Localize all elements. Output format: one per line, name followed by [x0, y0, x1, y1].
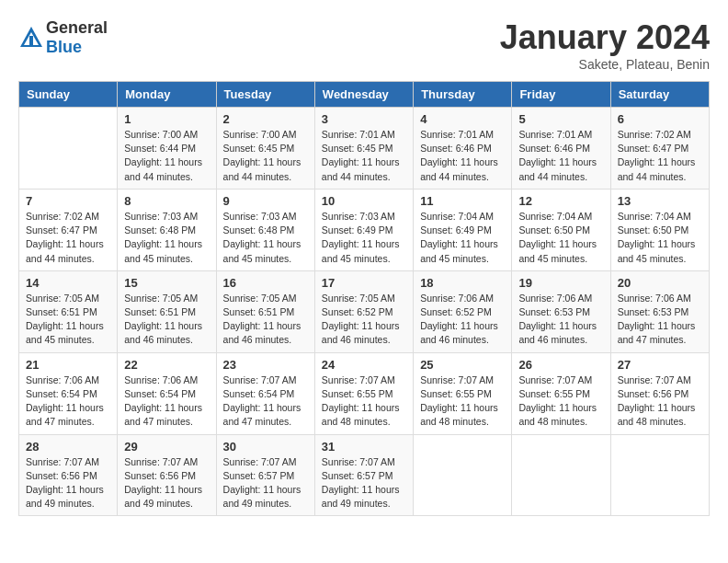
day-info: Sunrise: 7:03 AMSunset: 6:48 PMDaylight:… [223, 210, 308, 266]
day-number: 8 [124, 194, 209, 208]
day-number: 23 [223, 358, 308, 372]
day-cell: 2Sunrise: 7:00 AMSunset: 6:45 PMDaylight… [216, 108, 314, 190]
day-info: Sunrise: 7:06 AMSunset: 6:54 PMDaylight:… [124, 373, 209, 430]
day-info: Sunrise: 7:04 AMSunset: 6:50 PMDaylight:… [518, 210, 603, 266]
day-number: 1 [124, 112, 209, 126]
day-info: Sunrise: 7:03 AMSunset: 6:49 PMDaylight:… [322, 210, 406, 266]
day-cell [414, 434, 512, 516]
day-cell: 3Sunrise: 7:01 AMSunset: 6:45 PMDaylight… [314, 108, 413, 190]
day-cell: 17Sunrise: 7:05 AMSunset: 6:52 PMDayligh… [314, 270, 413, 352]
calendar-body: 1Sunrise: 7:00 AMSunset: 6:44 PMDaylight… [19, 108, 710, 516]
location-subtitle: Sakete, Plateau, Benin [500, 57, 710, 72]
day-cell: 15Sunrise: 7:05 AMSunset: 6:51 PMDayligh… [118, 270, 216, 352]
week-row-1: 1Sunrise: 7:00 AMSunset: 6:44 PMDaylight… [19, 108, 710, 190]
day-cell: 26Sunrise: 7:07 AMSunset: 6:55 PMDayligh… [512, 352, 610, 434]
day-cell: 28Sunrise: 7:07 AMSunset: 6:56 PMDayligh… [19, 434, 118, 516]
day-info: Sunrise: 7:04 AMSunset: 6:49 PMDaylight:… [420, 210, 505, 266]
day-number: 24 [322, 358, 406, 372]
day-info: Sunrise: 7:06 AMSunset: 6:53 PMDaylight:… [518, 292, 603, 348]
logo-icon [18, 25, 44, 51]
day-number: 31 [322, 440, 406, 454]
day-cell: 14Sunrise: 7:05 AMSunset: 6:51 PMDayligh… [19, 270, 118, 352]
week-row-3: 14Sunrise: 7:05 AMSunset: 6:51 PMDayligh… [19, 270, 710, 352]
day-cell: 11Sunrise: 7:04 AMSunset: 6:49 PMDayligh… [414, 189, 512, 270]
day-info: Sunrise: 7:07 AMSunset: 6:57 PMDaylight:… [322, 455, 406, 511]
day-info: Sunrise: 7:04 AMSunset: 6:50 PMDaylight:… [618, 210, 702, 266]
day-cell: 4Sunrise: 7:01 AMSunset: 6:46 PMDaylight… [414, 108, 512, 190]
day-number: 13 [618, 194, 702, 208]
day-cell: 5Sunrise: 7:01 AMSunset: 6:46 PMDaylight… [512, 108, 610, 190]
logo-blue: Blue [46, 38, 82, 56]
day-info: Sunrise: 7:00 AMSunset: 6:45 PMDaylight:… [223, 128, 308, 184]
day-cell: 10Sunrise: 7:03 AMSunset: 6:49 PMDayligh… [314, 189, 413, 270]
day-number: 6 [618, 112, 702, 126]
day-info: Sunrise: 7:07 AMSunset: 6:55 PMDaylight:… [518, 373, 603, 430]
day-info: Sunrise: 7:07 AMSunset: 6:55 PMDaylight:… [322, 373, 406, 430]
day-info: Sunrise: 7:02 AMSunset: 6:47 PMDaylight:… [618, 128, 702, 184]
day-info: Sunrise: 7:03 AMSunset: 6:48 PMDaylight:… [124, 210, 209, 266]
page-header: General Blue January 2024 Sakete, Platea… [18, 18, 710, 72]
day-cell: 9Sunrise: 7:03 AMSunset: 6:48 PMDaylight… [216, 189, 314, 270]
day-info: Sunrise: 7:01 AMSunset: 6:46 PMDaylight:… [518, 128, 603, 184]
day-number: 28 [26, 440, 110, 454]
day-info: Sunrise: 7:06 AMSunset: 6:53 PMDaylight:… [618, 292, 702, 348]
day-info: Sunrise: 7:05 AMSunset: 6:51 PMDaylight:… [26, 292, 110, 348]
day-info: Sunrise: 7:00 AMSunset: 6:44 PMDaylight:… [124, 128, 209, 184]
day-info: Sunrise: 7:02 AMSunset: 6:47 PMDaylight:… [26, 210, 110, 266]
header-cell-wednesday: Wednesday [314, 82, 413, 108]
day-info: Sunrise: 7:07 AMSunset: 6:54 PMDaylight:… [223, 373, 308, 430]
day-number: 22 [124, 358, 209, 372]
header-cell-monday: Monday [118, 82, 216, 108]
day-cell: 19Sunrise: 7:06 AMSunset: 6:53 PMDayligh… [512, 270, 610, 352]
day-number: 16 [223, 276, 308, 290]
week-row-2: 7Sunrise: 7:02 AMSunset: 6:47 PMDaylight… [19, 189, 710, 270]
day-number: 26 [518, 358, 603, 372]
svg-rect-2 [29, 36, 33, 45]
day-number: 5 [518, 112, 603, 126]
calendar-table: SundayMondayTuesdayWednesdayThursdayFrid… [18, 81, 710, 516]
day-info: Sunrise: 7:05 AMSunset: 6:51 PMDaylight:… [223, 292, 308, 348]
day-cell: 31Sunrise: 7:07 AMSunset: 6:57 PMDayligh… [314, 434, 413, 516]
day-number: 14 [26, 276, 110, 290]
day-info: Sunrise: 7:06 AMSunset: 6:54 PMDaylight:… [26, 373, 110, 430]
day-cell: 30Sunrise: 7:07 AMSunset: 6:57 PMDayligh… [216, 434, 314, 516]
day-number: 3 [322, 112, 406, 126]
day-info: Sunrise: 7:07 AMSunset: 6:55 PMDaylight:… [420, 373, 505, 430]
day-cell: 23Sunrise: 7:07 AMSunset: 6:54 PMDayligh… [216, 352, 314, 434]
title-area: January 2024 Sakete, Plateau, Benin [500, 18, 710, 72]
day-number: 21 [26, 358, 110, 372]
day-cell: 20Sunrise: 7:06 AMSunset: 6:53 PMDayligh… [610, 270, 709, 352]
day-info: Sunrise: 7:05 AMSunset: 6:52 PMDaylight:… [322, 292, 406, 348]
week-row-5: 28Sunrise: 7:07 AMSunset: 6:56 PMDayligh… [19, 434, 710, 516]
day-cell: 27Sunrise: 7:07 AMSunset: 6:56 PMDayligh… [610, 352, 709, 434]
header-cell-friday: Friday [512, 82, 610, 108]
logo-general: General [46, 18, 108, 37]
day-cell: 16Sunrise: 7:05 AMSunset: 6:51 PMDayligh… [216, 270, 314, 352]
day-cell [19, 108, 118, 190]
day-number: 10 [322, 194, 406, 208]
logo: General Blue [18, 18, 108, 57]
day-info: Sunrise: 7:07 AMSunset: 6:57 PMDaylight:… [223, 455, 308, 511]
calendar-header: SundayMondayTuesdayWednesdayThursdayFrid… [19, 82, 710, 108]
day-cell: 29Sunrise: 7:07 AMSunset: 6:56 PMDayligh… [118, 434, 216, 516]
header-cell-saturday: Saturday [610, 82, 709, 108]
header-cell-thursday: Thursday [414, 82, 512, 108]
day-cell: 21Sunrise: 7:06 AMSunset: 6:54 PMDayligh… [19, 352, 118, 434]
day-cell [512, 434, 610, 516]
day-cell: 12Sunrise: 7:04 AMSunset: 6:50 PMDayligh… [512, 189, 610, 270]
day-cell [610, 434, 709, 516]
day-info: Sunrise: 7:07 AMSunset: 6:56 PMDaylight:… [618, 373, 702, 430]
day-number: 19 [518, 276, 603, 290]
day-cell: 22Sunrise: 7:06 AMSunset: 6:54 PMDayligh… [118, 352, 216, 434]
day-number: 27 [618, 358, 702, 372]
day-cell: 7Sunrise: 7:02 AMSunset: 6:47 PMDaylight… [19, 189, 118, 270]
week-row-4: 21Sunrise: 7:06 AMSunset: 6:54 PMDayligh… [19, 352, 710, 434]
day-cell: 25Sunrise: 7:07 AMSunset: 6:55 PMDayligh… [414, 352, 512, 434]
day-info: Sunrise: 7:01 AMSunset: 6:45 PMDaylight:… [322, 128, 406, 184]
month-year-title: January 2024 [500, 18, 710, 57]
day-number: 15 [124, 276, 209, 290]
day-number: 12 [518, 194, 603, 208]
header-cell-sunday: Sunday [19, 82, 118, 108]
header-cell-tuesday: Tuesday [216, 82, 314, 108]
day-number: 30 [223, 440, 308, 454]
